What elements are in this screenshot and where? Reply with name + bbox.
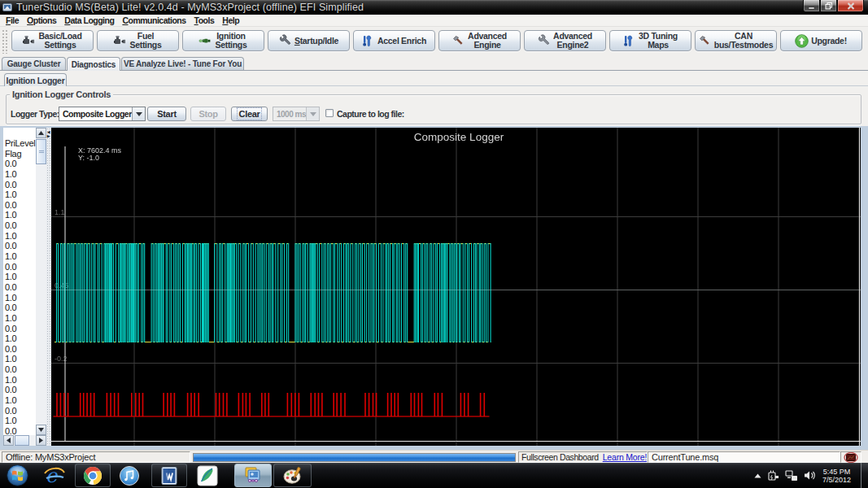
show-desktop-button[interactable] — [861, 463, 868, 488]
toolbar-button-label: 3D TuningMaps — [639, 32, 678, 50]
taskbar-word[interactable] — [151, 464, 187, 487]
list-item[interactable]: 0.0 — [3, 220, 36, 231]
toolbar-button-label: Accel Enrich — [377, 37, 426, 46]
list-item[interactable]: 0.0 — [3, 180, 36, 190]
close-button[interactable] — [837, 0, 864, 12]
capture-checkbox[interactable] — [325, 109, 334, 117]
list-item[interactable]: 1.0 — [3, 293, 36, 303]
list-item[interactable]: 1.0 — [3, 354, 36, 364]
taskbar-paint[interactable] — [273, 464, 312, 487]
power-plug-icon[interactable] — [767, 469, 779, 481]
connection-status-label: Offline: MyMS3xProject — [6, 452, 95, 462]
toolbar-grip-handle[interactable] — [2, 29, 8, 54]
list-item[interactable]: 1.0 — [3, 375, 36, 386]
menu-data-logging[interactable]: Data Logging — [60, 15, 118, 25]
speaker-icon[interactable] — [804, 470, 816, 481]
list-item[interactable]: 1.0 — [3, 231, 36, 242]
logger-type-combobox[interactable]: Composite Logger — [59, 107, 146, 121]
restore-button[interactable] — [820, 0, 837, 12]
chrome-icon — [82, 465, 103, 486]
menu-file[interactable]: File — [2, 15, 23, 25]
list-item[interactable]: 1.0 — [3, 416, 36, 426]
list-item[interactable]: 0.0 — [3, 303, 36, 313]
tools-blue-icon — [622, 34, 635, 47]
tab-diagnostics[interactable]: Diagnostics — [67, 57, 120, 71]
advanced-engine2-button[interactable]: AdvancedEngine2 — [524, 30, 606, 51]
list-item[interactable]: 0.0 — [3, 385, 36, 395]
list-item[interactable]: 1.0 — [3, 210, 36, 220]
list-item[interactable]: 0.0 — [3, 426, 36, 435]
list-item[interactable]: 1.0 — [3, 272, 36, 282]
scroll-down-icon[interactable] — [36, 425, 46, 435]
list-item[interactable]: 0.0 — [3, 241, 36, 251]
list-item[interactable]: 1.0 — [3, 395, 36, 406]
menu-options[interactable]: Options — [23, 15, 60, 25]
ignition-settings-button[interactable]: IgnitionSettings — [182, 30, 264, 51]
fuel-settings-button[interactable]: FuelSettings — [97, 30, 179, 51]
list-item[interactable]: 1.0 — [3, 190, 36, 200]
horizontal-scrollbar-thumb[interactable] — [15, 435, 29, 446]
feather-icon — [197, 465, 218, 486]
taskbar-start-button[interactable] — [5, 464, 29, 487]
can-bus-testmodes-button[interactable]: CANbus/Testmodes — [695, 30, 777, 51]
splitter-collapse-icons[interactable]: ◀▶ — [46, 130, 51, 138]
start-button[interactable]: Start — [147, 107, 186, 121]
list-item[interactable]: 0.0 — [3, 344, 36, 355]
taskbar-active-window[interactable] — [234, 464, 272, 487]
accel-enrich-button[interactable]: Accel Enrich — [353, 30, 435, 51]
window-title: TunerStudio MS(Beta) Lite! v2.0.4d - MyM… — [16, 2, 364, 13]
menu-tools[interactable]: Tools — [190, 15, 219, 25]
3d-tuning-maps-button[interactable]: 3D TuningMaps — [609, 30, 691, 51]
list-item[interactable]: Flag — [3, 149, 36, 159]
split-divider[interactable]: ◀▶ — [46, 128, 51, 446]
signal-list[interactable]: PriLevelFlag0.01.00.01.00.01.00.01.00.01… — [3, 128, 36, 435]
advanced-engine-button[interactable]: AdvancedEngine — [438, 30, 521, 51]
horizontal-scrollbar[interactable] — [3, 435, 46, 446]
upgrade--button[interactable]: Upgrade! — [780, 30, 862, 51]
list-item[interactable]: 0.0 — [3, 262, 36, 272]
toolbar-button-label: CANbus/Testmodes — [714, 32, 773, 50]
window-titlebar[interactable]: TunerStudio MS(Beta) Lite! v2.0.4d - MyM… — [0, 0, 868, 15]
scroll-up-icon[interactable] — [36, 128, 46, 138]
taskbar-clock[interactable]: 5:45 PM 7/5/2012 — [822, 468, 851, 484]
scroll-left-icon[interactable] — [3, 435, 14, 446]
logger-content: PriLevelFlag0.01.00.01.00.01.00.01.00.01… — [0, 126, 868, 450]
vertical-scrollbar[interactable] — [36, 128, 46, 435]
taskbar-chrome[interactable] — [75, 464, 111, 487]
tab-ve-analyze-live-tune-for-you[interactable]: VE Analyze Live! - Tune For You — [121, 57, 244, 70]
taskbar-image-viewer[interactable] — [194, 464, 221, 487]
progress-fill — [194, 454, 515, 462]
list-item[interactable]: 0.0 — [3, 324, 36, 334]
vertical-scrollbar-thumb[interactable] — [36, 139, 46, 164]
scroll-right-icon[interactable] — [36, 435, 46, 446]
tray-icons — [754, 469, 816, 481]
list-item[interactable]: 0.0 — [3, 200, 36, 211]
basic-load-settings-button[interactable]: Basic/LoadSettings — [11, 30, 94, 51]
startup-idle-button[interactable]: Startup/Idle — [268, 30, 350, 51]
hidden-icons-arrow-icon[interactable] — [754, 473, 761, 478]
word-icon — [159, 466, 179, 486]
list-item[interactable]: PriLevel — [3, 138, 36, 149]
list-item[interactable]: 1.0 — [3, 333, 36, 344]
list-item[interactable]: 1.0 — [3, 169, 36, 180]
list-item[interactable]: 0.0 — [3, 364, 36, 375]
list-item[interactable]: 0.0 — [3, 282, 36, 293]
menu-communications[interactable]: Communications — [118, 15, 190, 25]
minimize-button[interactable] — [803, 0, 820, 12]
tab-gauge-cluster[interactable]: Gauge Cluster — [2, 57, 66, 70]
composite-logger-chart[interactable] — [51, 128, 861, 446]
clear-button[interactable]: Clear — [231, 107, 268, 121]
list-item[interactable]: 1.0 — [3, 313, 36, 324]
learn-more-link[interactable]: Learn More! — [603, 452, 647, 462]
subtab-ignition-logger[interactable]: Ignition Logger — [4, 73, 67, 86]
chevron-down-icon — [132, 107, 145, 120]
network-icon[interactable] — [785, 470, 798, 481]
list-item[interactable]: 1.0 — [3, 251, 36, 262]
taskbar-itunes[interactable] — [116, 464, 143, 487]
main-tabbar: Gauge ClusterDiagnosticsVE Analyze Live!… — [0, 56, 868, 71]
taskbar-internet-explorer[interactable]: e — [41, 464, 68, 487]
list-item[interactable]: 0.0 — [3, 406, 36, 416]
list-item[interactable]: 0.0 — [3, 159, 36, 169]
toolbar-button-label: FuelSettings — [129, 32, 161, 50]
menu-help[interactable]: Help — [218, 15, 243, 25]
